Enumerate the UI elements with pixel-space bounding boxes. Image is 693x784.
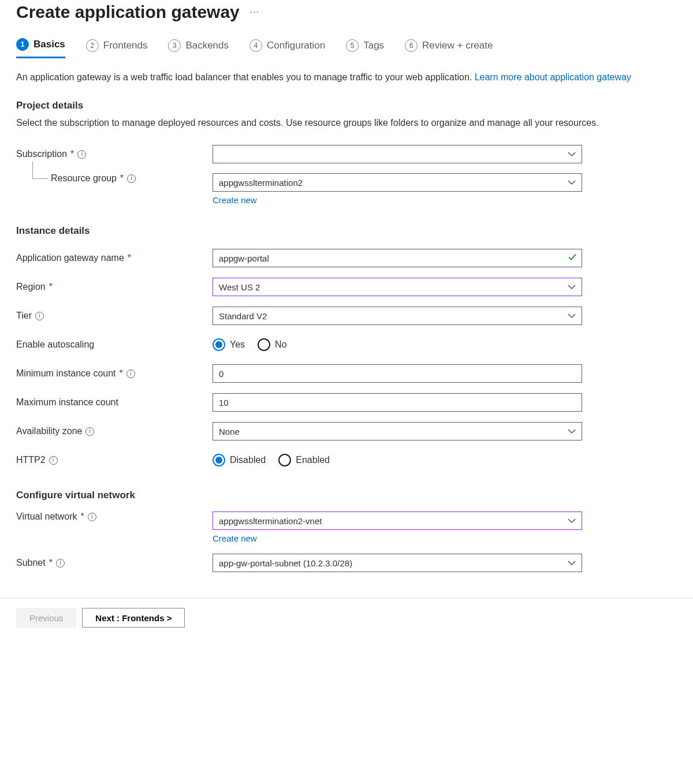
page-title: Create application gateway [16,2,240,22]
max-instance-value: 10 [219,398,229,408]
learn-more-link[interactable]: Learn more about application gateway [475,72,631,82]
subnet-label: Subnet [16,558,46,568]
chevron-down-icon [568,518,576,524]
chevron-down-icon [568,313,576,319]
tab-label: Backends [185,40,229,51]
tier-value: Standard V2 [219,311,267,321]
tier-label: Tier [16,311,32,321]
check-icon [568,253,577,264]
radio-label: Disabled [230,455,266,465]
chevron-down-icon [568,180,576,185]
http2-label: HTTP2 [16,455,46,465]
subnet-select[interactable]: app-gw-portal-subnet (10.2.3.0/28) [213,554,582,572]
app-gateway-name-label: Application gateway name [16,253,124,263]
info-icon[interactable]: i [127,174,136,183]
tab-review-create[interactable]: 6Review + create [405,38,493,58]
http2-disabled-radio[interactable]: Disabled [213,454,266,466]
info-icon[interactable]: i [126,369,135,378]
tab-label: Review + create [422,40,493,51]
chevron-down-icon [568,560,576,566]
required-icon: * [120,368,123,379]
resource-group-select[interactable]: appgwssltermination2 [213,173,582,192]
autoscaling-no-radio[interactable]: No [258,338,286,351]
availability-zone-select[interactable]: None [213,422,582,440]
app-gateway-name-value: appgw-portal [219,253,269,263]
availability-zone-label: Availability zone [16,426,82,436]
radio-label: Yes [230,339,245,350]
chevron-down-icon [568,428,576,434]
required-icon: * [70,149,74,159]
step-badge: 6 [405,39,418,52]
step-badge: 5 [346,39,359,52]
next-button[interactable]: Next : Frontends > [82,608,185,628]
app-gateway-name-input[interactable]: appgw-portal [213,249,582,267]
chevron-down-icon [568,284,576,290]
info-icon[interactable]: i [35,312,44,320]
step-badge: 2 [86,39,99,52]
tab-configuration[interactable]: 4Configuration [249,38,325,58]
region-label: Region [16,282,46,292]
create-new-vnet-link[interactable]: Create new [213,533,257,543]
tab-label: Frontends [103,40,148,51]
min-instance-label: Minimum instance count [16,368,116,379]
instance-details-heading: Instance details [16,225,677,237]
tree-line-icon [32,162,49,179]
info-icon[interactable]: i [56,559,65,568]
http2-enabled-radio[interactable]: Enabled [278,454,330,466]
step-badge: 4 [249,39,262,52]
resource-group-value: appgwssltermination2 [219,178,303,188]
intro-text: An application gateway is a web traffic … [16,70,677,84]
region-value: West US 2 [219,282,260,292]
create-new-rg-link[interactable]: Create new [213,195,257,205]
tab-tags[interactable]: 5Tags [346,38,384,58]
more-actions-icon[interactable]: ··· [250,7,259,17]
project-details-desc: Select the subscription to manage deploy… [16,116,677,129]
virtual-network-label: Virtual network [16,512,77,522]
step-badge: 1 [16,38,29,51]
resource-group-label: Resource group [51,173,117,184]
info-icon[interactable]: i [77,150,86,159]
tab-basics[interactable]: 1Basics [16,38,65,58]
autoscaling-yes-radio[interactable]: Yes [213,338,245,351]
min-instance-input[interactable]: 0 [213,364,582,383]
chevron-down-icon [568,151,576,157]
tab-backends[interactable]: 3Backends [168,38,229,58]
virtual-network-select[interactable]: appgwssltermination2-vnet [213,512,582,530]
wizard-footer: Previous Next : Frontends > [0,598,693,637]
required-icon: * [81,512,84,522]
max-instance-label: Maximum instance count [16,397,118,408]
wizard-tabs: 1Basics 2Frontends 3Backends 4Configurat… [16,38,677,59]
info-icon[interactable]: i [49,456,58,465]
required-icon: * [120,173,124,184]
subscription-select[interactable] [213,145,582,163]
tab-label: Configuration [267,40,325,51]
max-instance-input[interactable]: 10 [213,393,582,412]
info-icon[interactable]: i [85,427,94,436]
radio-label: Enabled [296,455,330,465]
info-icon[interactable]: i [88,513,96,521]
tab-label: Basics [33,39,65,50]
min-instance-value: 0 [219,369,223,379]
tab-frontends[interactable]: 2Frontends [86,38,148,58]
region-select[interactable]: West US 2 [213,278,582,296]
required-icon: * [49,558,53,568]
previous-button: Previous [16,608,76,628]
tier-select[interactable]: Standard V2 [213,307,582,325]
autoscaling-label: Enable autoscaling [16,339,94,350]
required-icon: * [128,253,131,263]
tab-label: Tags [363,40,384,51]
availability-zone-value: None [219,427,240,436]
radio-label: No [275,339,286,350]
project-details-heading: Project details [16,100,677,111]
required-icon: * [49,282,53,292]
configure-vnet-heading: Configure virtual network [16,490,677,501]
virtual-network-value: appgwssltermination2-vnet [219,516,322,526]
step-badge: 3 [168,39,181,52]
subscription-label: Subscription [16,149,67,159]
subnet-value: app-gw-portal-subnet (10.2.3.0/28) [219,558,352,568]
